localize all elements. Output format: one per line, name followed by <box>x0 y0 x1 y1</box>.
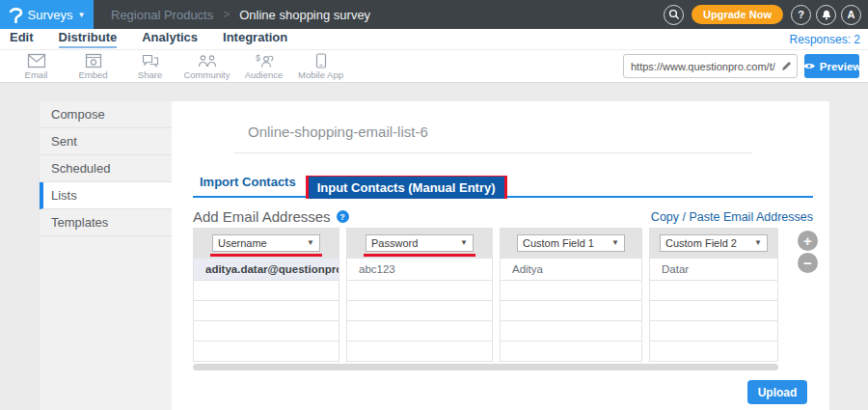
responses-count-link[interactable]: Responses: 2 <box>790 33 868 46</box>
section-title-text: Add Email Addresses <box>193 208 331 225</box>
annotation-red-underline <box>210 254 322 257</box>
channel-community[interactable]: Community <box>178 50 235 80</box>
add-row-button[interactable]: + <box>798 231 818 251</box>
cell-password[interactable] <box>346 301 493 321</box>
annotation-red-box: Input Contacts (Manual Entry) <box>306 176 507 199</box>
cell-custom2[interactable] <box>649 342 778 362</box>
channel-email[interactable]: Email <box>8 50 65 80</box>
channel-mobile-app[interactable]: Mobile App <box>292 50 349 80</box>
channel-audience[interactable]: $ Audience <box>235 50 292 80</box>
survey-url-field[interactable]: https://www.questionpro.com/t/APNrFZ <box>623 54 798 78</box>
column-type-select-custom1[interactable]: Custom Field 1 ▼ <box>517 234 625 252</box>
cell-custom2[interactable] <box>649 321 778 342</box>
column-type-select-password[interactable]: Password ▼ <box>366 234 474 252</box>
column-type-select-custom2[interactable]: Custom Field 2 ▼ <box>660 234 768 252</box>
channel-embed[interactable]: Embed <box>65 50 122 80</box>
main-panel: Online-shopping-email-list-6 Import Cont… <box>172 101 829 410</box>
column-header-3: Custom Field 1 ▼ <box>500 228 642 258</box>
breadcrumb-parent[interactable]: Regional Products <box>111 8 213 22</box>
cell-email[interactable] <box>193 281 339 301</box>
cell-custom2[interactable]: Datar <box>649 258 778 281</box>
cell-custom2[interactable] <box>649 281 778 301</box>
table-row <box>193 321 778 342</box>
upgrade-now-button[interactable]: Upgrade Now <box>692 5 783 24</box>
channel-label: Community <box>183 69 230 80</box>
app-window: Surveys ▼ Regional Products > Online sho… <box>0 0 868 410</box>
search-button[interactable] <box>664 5 684 25</box>
cell-password[interactable] <box>346 342 493 362</box>
cell-custom2[interactable] <box>649 301 778 321</box>
tab-input-contacts-manual[interactable]: Input Contacts (Manual Entry) <box>309 177 504 199</box>
cell-custom1[interactable] <box>500 301 642 321</box>
remove-row-button[interactable]: − <box>798 253 818 273</box>
cell-custom1[interactable] <box>500 321 642 342</box>
nav-analytics[interactable]: Analytics <box>142 30 198 48</box>
nav-distribute[interactable]: Distribute <box>59 30 118 48</box>
nav-edit[interactable]: Edit <box>10 30 34 48</box>
cell-custom1[interactable] <box>500 342 642 362</box>
help-icon[interactable]: ? <box>337 210 349 223</box>
select-value: Username <box>218 237 267 249</box>
sidebar-item-lists[interactable]: Lists <box>40 182 172 209</box>
cell-password[interactable]: abc123 <box>346 258 493 281</box>
table-row <box>193 301 778 321</box>
sidebar-item-compose[interactable]: Compose <box>40 101 172 128</box>
help-button[interactable]: ? <box>791 5 811 25</box>
cell-password[interactable] <box>346 321 493 342</box>
table-row <box>193 342 778 362</box>
cell-custom1[interactable]: Aditya <box>500 258 642 281</box>
email-icon <box>26 53 47 68</box>
chevron-down-icon: ▼ <box>611 238 619 247</box>
mobile-app-icon <box>315 53 327 68</box>
column-header-4: Custom Field 2 ▼ <box>649 228 778 258</box>
cell-custom1[interactable] <box>500 281 642 301</box>
email-list-name-field[interactable]: Online-shopping-email-list-6 <box>234 121 752 153</box>
email-entry-table: Username ▼ Password ▼ Custom Field 1 ▼ <box>193 228 778 370</box>
cell-password[interactable] <box>346 281 493 301</box>
contacts-tabs: Import Contacts Input Contacts (Manual E… <box>193 165 813 198</box>
avatar[interactable]: A <box>841 5 861 25</box>
sidebar-item-scheduled[interactable]: Scheduled <box>40 155 172 182</box>
surveys-product-menu[interactable]: Surveys ▼ <box>0 0 94 29</box>
top-bar: Surveys ▼ Regional Products > Online sho… <box>0 0 868 29</box>
eye-icon <box>802 62 816 70</box>
notifications-button[interactable] <box>816 5 836 25</box>
column-type-select-username[interactable]: Username ▼ <box>212 234 320 252</box>
channel-share[interactable]: Share <box>122 50 178 80</box>
pencil-icon <box>781 61 792 71</box>
annotation-red-underline <box>364 254 475 257</box>
cell-email[interactable] <box>193 301 339 321</box>
cell-email[interactable]: aditya.datar@questionpro.com <box>193 258 339 281</box>
channel-label: Email <box>25 69 48 80</box>
column-header-2: Password ▼ <box>346 228 493 258</box>
upload-button[interactable]: Upload <box>747 380 807 404</box>
preview-button[interactable]: Preview <box>804 54 859 78</box>
survey-url-value[interactable]: https://www.questionpro.com/t/APNrFZ <box>624 61 775 72</box>
table-header-row: Username ▼ Password ▼ Custom Field 1 ▼ <box>193 228 778 258</box>
table-row <box>193 281 778 301</box>
channel-label: Audience <box>245 69 284 80</box>
channel-label: Mobile App <box>298 69 343 80</box>
section-title: Add Email Addresses ? <box>193 208 349 225</box>
select-value: Custom Field 1 <box>523 237 594 249</box>
share-icon <box>141 53 160 68</box>
channel-label: Embed <box>78 69 107 80</box>
horizontal-scrollbar[interactable] <box>193 364 778 370</box>
preview-label: Preview <box>820 61 861 72</box>
channel-label: Share <box>138 69 162 80</box>
sidebar-item-templates[interactable]: Templates <box>40 209 172 236</box>
embed-icon <box>84 53 103 68</box>
product-label: Surveys <box>28 8 73 22</box>
select-value: Custom Field 2 <box>665 237 737 249</box>
chevron-down-icon: ▼ <box>307 238 314 247</box>
cell-email[interactable] <box>193 342 339 362</box>
sidebar-item-sent[interactable]: Sent <box>40 128 172 155</box>
edit-url-button[interactable] <box>775 61 797 71</box>
table-row: aditya.datar@questionpro.com abc123 Adit… <box>193 258 778 281</box>
cell-email[interactable] <box>193 321 339 342</box>
nav-integration[interactable]: Integration <box>223 30 287 48</box>
tab-import-contacts[interactable]: Import Contacts <box>200 175 296 196</box>
email-sidebar: Compose Sent Scheduled Lists Templates <box>39 101 172 410</box>
copy-paste-emails-link[interactable]: Copy / Paste Email Addresses <box>651 210 813 224</box>
survey-nav-items: Edit Distribute Analytics Integration <box>0 30 287 48</box>
